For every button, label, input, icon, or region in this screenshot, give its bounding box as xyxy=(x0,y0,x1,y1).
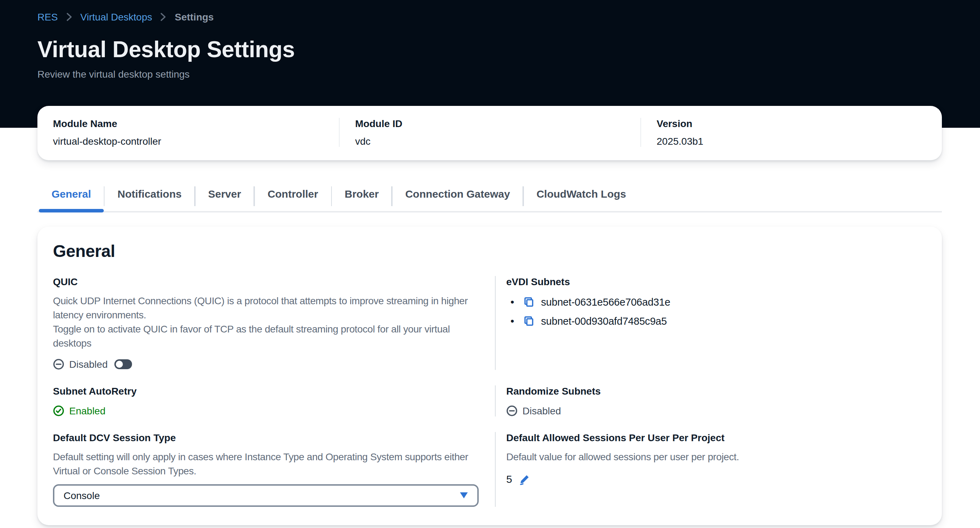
tab-broker[interactable]: Broker xyxy=(332,186,391,213)
quic-label: QUIC xyxy=(53,276,478,287)
tab-broker-label: Broker xyxy=(345,188,379,200)
randomize-subnets-status-text: Disabled xyxy=(522,405,561,417)
version-field: Version 2025.03b1 xyxy=(640,118,942,147)
tab-controller[interactable]: Controller xyxy=(255,186,331,213)
check-circle-icon xyxy=(53,405,64,417)
allowed-sessions-label: Default Allowed Sessions Per User Per Pr… xyxy=(506,432,926,443)
chevron-right-icon xyxy=(64,12,74,22)
subnet-id: subnet-0631e566e706ad31e xyxy=(541,296,670,307)
page-title: Virtual Desktop Settings xyxy=(37,35,942,64)
general-heading: General xyxy=(53,241,926,262)
allowed-sessions-value-row: 5 xyxy=(506,473,926,485)
toggle-knob xyxy=(116,361,123,368)
dcv-session-type-selected-value: Console xyxy=(64,490,100,501)
subnet-autoretry-label: Subnet AutoRetry xyxy=(53,385,478,397)
edit-icon[interactable] xyxy=(519,473,531,485)
tab-cloudwatch-logs-label: CloudWatch Logs xyxy=(536,188,626,200)
page-subtitle: Review the virtual desktop settings xyxy=(37,68,942,80)
tab-general[interactable]: General xyxy=(39,186,104,213)
tab-notifications[interactable]: Notifications xyxy=(105,186,194,213)
randomize-subnets-field: Randomize Subnets Disabled xyxy=(495,385,926,417)
bullet: • xyxy=(511,296,514,308)
minus-circle-icon xyxy=(53,359,64,370)
module-name-field: Module Name virtual-desktop-controller xyxy=(37,118,339,147)
list-item: • subnet-00d930afd7485c9a5 xyxy=(506,315,926,327)
evdi-subnet-list: • subnet-0631e566e706ad31e • subnet-00d9… xyxy=(506,296,926,327)
subnet-autoretry-field: Subnet AutoRetry Enabled xyxy=(53,385,495,417)
copy-icon[interactable] xyxy=(523,296,535,307)
list-item: • subnet-0631e566e706ad31e xyxy=(506,296,926,308)
evdi-subnets-label: eVDI Subnets xyxy=(506,276,926,287)
quic-description-2: Toggle on to activate QUIC in favor of T… xyxy=(53,322,478,350)
settings-row-session: Default DCV Session Type Default setting… xyxy=(53,432,926,507)
allowed-sessions-field: Default Allowed Sessions Per User Per Pr… xyxy=(495,432,926,507)
subnet-autoretry-status-text: Enabled xyxy=(69,405,105,417)
subnet-autoretry-status-row: Enabled xyxy=(53,405,478,417)
tab-connection-gateway[interactable]: Connection Gateway xyxy=(393,186,523,213)
version-value: 2025.03b1 xyxy=(657,135,942,147)
module-name-value: virtual-desktop-controller xyxy=(53,135,339,147)
dcv-session-type-description: Default setting will only apply in cases… xyxy=(53,450,478,478)
tab-server[interactable]: Server xyxy=(195,186,253,213)
module-id-field: Module ID vdc xyxy=(339,118,640,147)
randomize-subnets-label: Randomize Subnets xyxy=(506,385,926,397)
evdi-subnets-field: eVDI Subnets • subnet-0631e566e706ad31e … xyxy=(495,276,926,370)
randomize-subnets-status-row: Disabled xyxy=(506,405,926,417)
caret-down-icon xyxy=(460,492,468,499)
allowed-sessions-value: 5 xyxy=(506,473,512,485)
module-id-value: vdc xyxy=(355,135,640,147)
quic-toggle[interactable] xyxy=(115,359,132,369)
dcv-session-type-label: Default DCV Session Type xyxy=(53,432,478,443)
tab-notifications-label: Notifications xyxy=(118,188,182,200)
page: RES Virtual Desktops Settings Virtual De… xyxy=(0,0,980,528)
settings-tabs: General Notifications Server Controller … xyxy=(37,186,942,213)
allowed-sessions-description: Default value for allowed sessions per u… xyxy=(506,450,926,464)
breadcrumb-current-settings: Settings xyxy=(175,11,213,22)
breadcrumb: RES Virtual Desktops Settings xyxy=(37,10,942,24)
tab-connection-gateway-label: Connection Gateway xyxy=(405,188,510,200)
quic-status-text: Disabled xyxy=(69,359,108,370)
quic-description-1: Quick UDP Internet Connections (QUIC) is… xyxy=(53,294,478,322)
tab-server-label: Server xyxy=(208,188,241,200)
module-name-label: Module Name xyxy=(53,118,339,129)
module-id-label: Module ID xyxy=(355,118,640,129)
copy-icon[interactable] xyxy=(523,315,535,326)
tab-general-label: General xyxy=(51,188,91,200)
general-settings-card: General QUIC Quick UDP Internet Connecti… xyxy=(37,227,942,525)
settings-row-subnets: Subnet AutoRetry Enabled Randomize Subne… xyxy=(53,385,926,417)
tab-cloudwatch-logs[interactable]: CloudWatch Logs xyxy=(524,186,639,213)
dcv-session-type-select[interactable]: Console xyxy=(53,484,479,507)
tab-controller-label: Controller xyxy=(267,188,318,200)
settings-row-quic: QUIC Quick UDP Internet Connections (QUI… xyxy=(53,276,926,370)
breadcrumb-link-virtual-desktops[interactable]: Virtual Desktops xyxy=(81,11,152,22)
version-label: Version xyxy=(657,118,942,129)
quic-field: QUIC Quick UDP Internet Connections (QUI… xyxy=(53,276,495,370)
minus-circle-icon xyxy=(506,405,517,417)
bullet: • xyxy=(511,315,514,327)
chevron-right-icon xyxy=(159,12,169,22)
dcv-session-type-field: Default DCV Session Type Default setting… xyxy=(53,432,495,507)
breadcrumb-link-res[interactable]: RES xyxy=(37,11,58,22)
module-summary-card: Module Name virtual-desktop-controller M… xyxy=(37,106,942,160)
subnet-id: subnet-00d930afd7485c9a5 xyxy=(541,315,667,326)
quic-status-row: Disabled xyxy=(53,359,478,370)
